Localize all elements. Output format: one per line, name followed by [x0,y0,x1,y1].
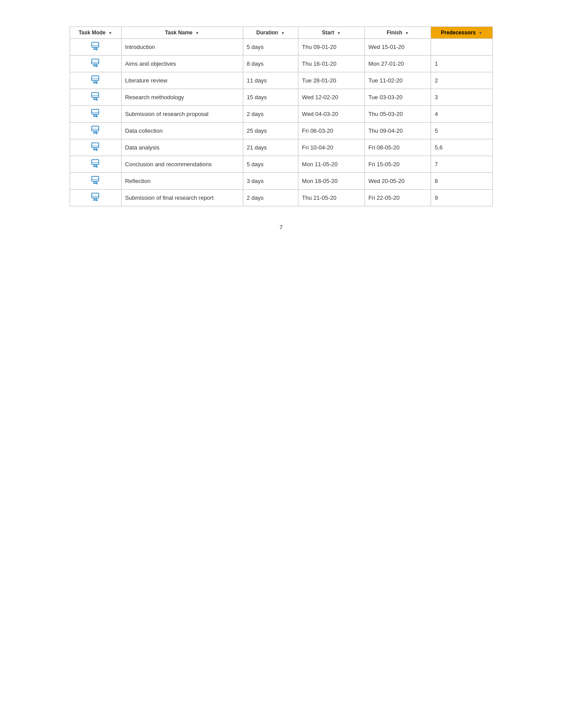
predecessors-cell: 7 [431,156,492,173]
finish-cell: Thu 05-03-20 [365,106,431,123]
svg-rect-36 [92,193,99,198]
task-mode-icon [91,146,100,153]
finish-cell: Wed 15-01-20 [365,39,431,56]
task-mode-icon [91,163,100,170]
task-mode-cell [70,106,121,123]
header-duration[interactable]: Duration ▼ [243,27,298,39]
task-name-cell: Submission of research proposal [121,106,243,123]
svg-rect-8 [92,76,99,81]
task-mode-cell [70,156,121,173]
task-name-cell: Conclusion and recommendations [121,156,243,173]
predecessors-cell: 9 [431,190,492,206]
task-name-cell: Data collection [121,123,243,139]
table-row: Research methodology15 daysWed 12-02-20T… [70,89,492,106]
table-header-row: Task Mode ▼ Task Name ▼ Duration ▼ Start… [70,27,492,39]
task-name-cell: Reflection [121,173,243,190]
header-start[interactable]: Start ▼ [298,27,365,39]
svg-rect-34 [94,181,97,183]
duration-cell: 15 days [243,89,298,106]
table-row: Submission of research proposal2 daysWed… [70,106,492,123]
task-mode-cell [70,123,121,139]
task-mode-cell [70,72,121,89]
task-mode-cell [70,39,121,56]
finish-cell: Fri 22-05-20 [365,190,431,206]
table-row: Introduction5 daysThu 09-01-20Wed 15-01-… [70,39,492,56]
start-cell: Mon 11-05-20 [298,156,365,173]
start-sort-icon[interactable]: ▼ [337,31,341,35]
predecessors-cell: 5 [431,123,492,139]
svg-rect-0 [92,42,99,47]
svg-rect-32 [92,176,99,181]
start-cell: Tue 28-01-20 [298,72,365,89]
finish-cell: Tue 11-02-20 [365,72,431,89]
finish-sort-icon[interactable]: ▼ [405,31,409,35]
svg-rect-14 [94,97,97,99]
finish-cell: Tue 03-03-20 [365,89,431,106]
duration-cell: 5 days [243,156,298,173]
svg-rect-22 [94,131,97,132]
svg-rect-6 [94,64,97,65]
finish-cell: Fri 08-05-20 [365,139,431,156]
task-name-cell: Research methodology [121,89,243,106]
task-name-cell: Literature review [121,72,243,89]
start-cell: Mon 18-05-20 [298,173,365,190]
finish-cell: Wed 20-05-20 [365,173,431,190]
page-number: 7 [70,224,493,231]
table-row: Reflection3 daysMon 18-05-20Wed 20-05-20… [70,173,492,190]
task-name-cell: Submission of final research report [121,190,243,206]
task-mode-icon [91,130,100,136]
svg-rect-38 [94,198,97,199]
task-mode-cell [70,190,121,206]
svg-rect-24 [92,143,99,148]
start-cell: Wed 04-03-20 [298,106,365,123]
svg-rect-30 [94,164,97,166]
predecessors-cell: 4 [431,106,492,123]
predecessors-cell [431,39,492,56]
table-row: Data analysis21 daysFri 10-04-20Fri 08-0… [70,139,492,156]
svg-rect-2 [94,47,97,49]
start-cell: Fri 10-04-20 [298,139,365,156]
task-mode-sort-icon[interactable]: ▼ [108,31,112,35]
svg-rect-26 [94,148,97,149]
start-cell: Thu 09-01-20 [298,39,365,56]
svg-rect-16 [92,109,99,114]
svg-rect-20 [92,126,99,131]
finish-cell: Mon 27-01-20 [365,56,431,72]
duration-cell: 2 days [243,190,298,206]
task-name-cell: Introduction [121,39,243,56]
duration-cell: 11 days [243,72,298,89]
svg-rect-18 [94,114,97,116]
predecessors-cell: 2 [431,72,492,89]
task-mode-cell [70,173,121,190]
duration-cell: 21 days [243,139,298,156]
start-cell: Wed 12-02-20 [298,89,365,106]
header-finish[interactable]: Finish ▼ [365,27,431,39]
svg-rect-28 [92,160,99,164]
duration-cell: 2 days [243,106,298,123]
task-mode-icon [91,46,100,52]
table-row: Conclusion and recommendations5 daysMon … [70,156,492,173]
task-name-sort-icon[interactable]: ▼ [195,31,199,35]
header-task-mode[interactable]: Task Mode ▼ [70,27,121,39]
predecessors-sort-icon[interactable]: ▼ [478,31,482,35]
task-mode-cell [70,56,121,72]
duration-sort-icon[interactable]: ▼ [281,31,285,35]
svg-rect-10 [94,81,97,82]
task-mode-icon [91,180,100,187]
table-body: Introduction5 daysThu 09-01-20Wed 15-01-… [70,39,492,206]
header-task-name[interactable]: Task Name ▼ [121,27,243,39]
task-mode-icon [91,63,100,69]
finish-cell: Fri 15-05-20 [365,156,431,173]
task-mode-icon [91,113,100,119]
table-row: Aims and objectives8 daysThu 16-01-20Mon… [70,56,492,72]
svg-rect-4 [92,59,99,64]
start-cell: Thu 16-01-20 [298,56,365,72]
svg-rect-12 [92,93,99,97]
task-mode-cell [70,139,121,156]
task-name-cell: Aims and objectives [121,56,243,72]
task-mode-icon [91,79,100,86]
gantt-table: Task Mode ▼ Task Name ▼ Duration ▼ Start… [70,26,493,206]
duration-cell: 8 days [243,56,298,72]
header-predecessors[interactable]: Predecessors ▼ [431,27,492,39]
table-row: Data collection25 daysFri 06-03-20Thu 09… [70,123,492,139]
